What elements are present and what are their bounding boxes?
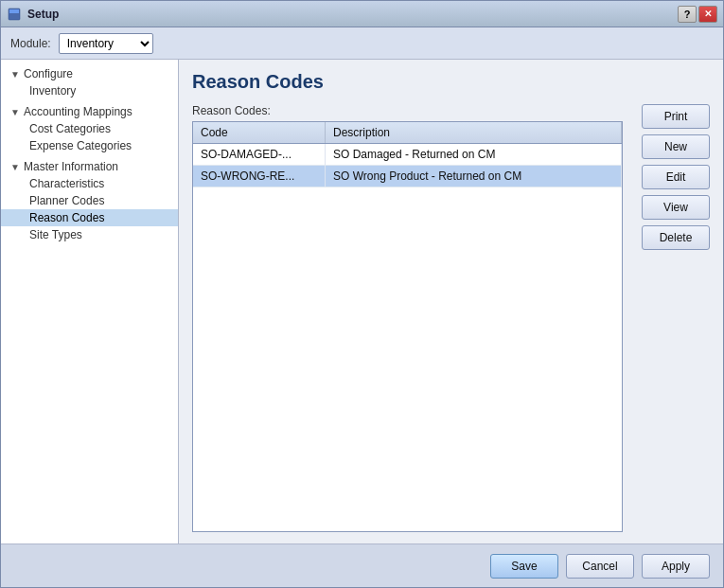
- column-header-code: Code: [193, 122, 326, 143]
- module-bar: Module: Inventory Purchasing Sales: [1, 27, 723, 60]
- chevron-down-icon-2: ▼: [9, 105, 22, 118]
- grid-body: SO-DAMAGED-... SO Damaged - Returned on …: [193, 144, 622, 531]
- column-header-description: Description: [326, 122, 622, 143]
- panel-title: Reason Codes: [192, 71, 710, 93]
- chevron-down-icon-3: ▼: [9, 160, 22, 173]
- sidebar-item-inventory-label: Inventory: [29, 84, 76, 98]
- window-controls: ? ✕: [678, 6, 717, 23]
- window-icon: [7, 7, 22, 22]
- table-row[interactable]: SO-DAMAGED-... SO Damaged - Returned on …: [193, 144, 622, 166]
- sidebar-item-characteristics[interactable]: Characteristics: [1, 175, 178, 192]
- save-button[interactable]: Save: [490, 554, 558, 579]
- tree-section-master: ▼ Master Information Characteristics Pla…: [1, 156, 178, 245]
- sidebar-item-characteristics-label: Characteristics: [29, 177, 104, 190]
- reason-codes-table: Code Description SO-DAMAGED-... SO Damag…: [192, 121, 623, 532]
- help-button[interactable]: ?: [678, 6, 697, 23]
- grid-header: Code Description: [193, 122, 622, 144]
- bottom-bar: Save Cancel Apply: [1, 543, 723, 587]
- title-bar: Setup ? ✕: [1, 1, 723, 27]
- table-label: Reason Codes:: [192, 104, 623, 117]
- sidebar-item-expense-categories-label: Expense Categories: [29, 139, 132, 152]
- table-row[interactable]: SO-WRONG-RE... SO Wrong Product - Return…: [193, 166, 622, 187]
- sidebar-item-expense-categories[interactable]: Expense Categories: [1, 137, 178, 154]
- sidebar: ▼ Configure Inventory ▼ Accounting Mappi…: [1, 60, 179, 543]
- cell-code-2: SO-WRONG-RE...: [193, 166, 326, 187]
- content-area: ▼ Configure Inventory ▼ Accounting Mappi…: [1, 60, 723, 543]
- new-button[interactable]: New: [642, 134, 710, 159]
- chevron-down-icon: ▼: [9, 67, 22, 80]
- tree-section-accounting-label: Accounting Mappings: [24, 105, 132, 118]
- close-button[interactable]: ✕: [698, 6, 717, 23]
- sidebar-item-reason-codes[interactable]: Reason Codes: [1, 209, 178, 226]
- svg-rect-1: [9, 9, 19, 13]
- module-select[interactable]: Inventory Purchasing Sales: [59, 33, 153, 54]
- tree-section-accounting-header[interactable]: ▼ Accounting Mappings: [1, 103, 178, 120]
- cell-desc-1: SO Damaged - Returned on CM: [326, 144, 622, 165]
- setup-window: Setup ? ✕ Module: Inventory Purchasing S…: [0, 0, 724, 588]
- window-title: Setup: [27, 8, 678, 21]
- cell-desc-2: SO Wrong Product - Returned on CM: [326, 166, 622, 187]
- sidebar-item-reason-codes-label: Reason Codes: [29, 211, 104, 224]
- tree-section-configure: ▼ Configure Inventory: [1, 63, 178, 101]
- delete-button[interactable]: Delete: [642, 225, 710, 250]
- main-panel: Reason Codes Reason Codes: Code Descript…: [179, 60, 723, 543]
- sidebar-item-planner-codes[interactable]: Planner Codes: [1, 192, 178, 209]
- cancel-button[interactable]: Cancel: [566, 554, 634, 579]
- tree-section-configure-label: Configure: [24, 67, 73, 80]
- sidebar-item-inventory[interactable]: Inventory: [1, 82, 178, 99]
- apply-button[interactable]: Apply: [642, 554, 710, 579]
- sidebar-item-cost-categories[interactable]: Cost Categories: [1, 120, 178, 137]
- cell-code-1: SO-DAMAGED-...: [193, 144, 326, 165]
- side-buttons: Print New Edit View Delete: [642, 104, 710, 250]
- edit-button[interactable]: Edit: [642, 165, 710, 189]
- tree-section-master-label: Master Information: [24, 160, 118, 173]
- sidebar-item-planner-codes-label: Planner Codes: [29, 194, 104, 207]
- sidebar-item-site-types-label: Site Types: [29, 228, 82, 241]
- tree-section-accounting: ▼ Accounting Mappings Cost Categories Ex…: [1, 101, 178, 156]
- sidebar-item-site-types[interactable]: Site Types: [1, 226, 178, 243]
- table-section: Reason Codes: Code Description SO-DAMAGE…: [192, 104, 623, 532]
- sidebar-item-cost-categories-label: Cost Categories: [29, 122, 111, 135]
- tree-section-master-header[interactable]: ▼ Master Information: [1, 158, 178, 175]
- tree-section-configure-header[interactable]: ▼ Configure: [1, 65, 178, 82]
- module-label: Module:: [10, 37, 51, 50]
- right-panel: Reason Codes: Code Description SO-DAMAGE…: [192, 104, 710, 532]
- print-button[interactable]: Print: [642, 104, 710, 129]
- view-button[interactable]: View: [642, 195, 710, 220]
